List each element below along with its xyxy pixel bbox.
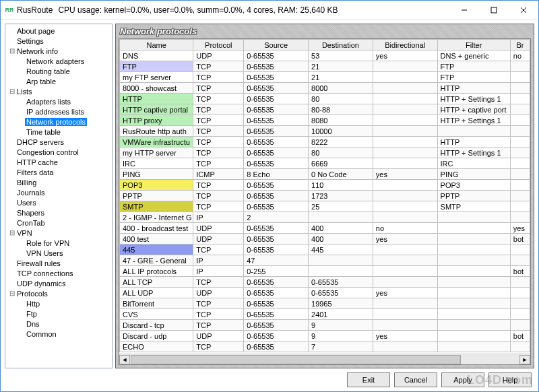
table-cell[interactable]	[373, 266, 437, 277]
table-cell[interactable]: 0-65535	[244, 288, 309, 298]
table-cell[interactable]: HTTP proxy	[120, 115, 193, 126]
table-cell[interactable]: 21	[309, 72, 373, 83]
table-row[interactable]: DNSUDP0-6553553yesDNS + genericno	[120, 51, 530, 61]
table-cell[interactable]	[373, 277, 437, 288]
apply-button[interactable]: Apply	[441, 372, 484, 387]
table-cell[interactable]: DNS + generic	[437, 51, 510, 61]
tree-node[interactable]: Network protocols	[5, 117, 112, 127]
table-cell[interactable]: TCP	[193, 94, 244, 104]
table-cell[interactable]	[309, 255, 373, 266]
tree-node[interactable]: Http	[5, 298, 112, 308]
table-cell[interactable]: UDP	[193, 234, 244, 244]
table-cell[interactable]: 8000	[309, 83, 373, 94]
table-cell[interactable]	[437, 298, 510, 309]
table-row[interactable]: HTTP proxyTCP0-655358080HTTP + Settings …	[120, 115, 530, 126]
table-cell[interactable]: HTTP + Settings 1	[437, 148, 510, 158]
tree-node[interactable]: Billing	[5, 177, 112, 187]
table-row[interactable]: Discard - tcpTCP0-655359	[120, 320, 530, 331]
table-cell[interactable]: ALL UDP	[120, 288, 193, 298]
table-row[interactable]: Discard - udpUDP0-655359yesbot	[120, 331, 530, 341]
table-cell[interactable]: TCP	[193, 104, 244, 115]
table-cell[interactable]	[437, 234, 510, 244]
table-cell[interactable]: HTTP + Settings 1	[437, 94, 510, 104]
table-cell[interactable]: ALL TCP	[120, 277, 193, 288]
table-cell[interactable]	[510, 61, 530, 72]
table-cell[interactable]: 110	[309, 180, 373, 191]
table-row[interactable]: 400 testUDP0-65535400yesbot	[120, 234, 530, 244]
table-cell[interactable]	[510, 148, 530, 158]
table-row[interactable]: 400 - broadcast testUDP0-65535400noyes	[120, 223, 530, 234]
table-cell[interactable]	[437, 331, 510, 341]
tree-node[interactable]: ⊟Lists	[5, 86, 112, 96]
tree-collapse-icon[interactable]: ⊟	[8, 229, 15, 236]
table-cell[interactable]: 80	[309, 148, 373, 158]
tree-node[interactable]: CronTab	[5, 218, 112, 228]
table-cell[interactable]: UDP	[193, 223, 244, 234]
table-cell[interactable]: 8 Echo	[244, 169, 309, 180]
table-row[interactable]: HTTP captive portalTCP0-6553580-88HTTP +…	[120, 104, 530, 115]
table-cell[interactable]: 0-65535	[244, 158, 309, 169]
column-header[interactable]: Name	[120, 40, 193, 51]
table-cell[interactable]: UDP	[193, 288, 244, 298]
tree-node[interactable]: Firewall rules	[5, 258, 112, 268]
table-cell[interactable]: 0-65535	[244, 83, 309, 94]
table-cell[interactable]: ECHO	[120, 341, 193, 352]
table-cell[interactable]: PING	[120, 169, 193, 180]
horizontal-scrollbar[interactable]: ◄ ►	[119, 354, 530, 364]
table-cell[interactable]: Discard - tcp	[120, 320, 193, 331]
column-header[interactable]: Protocol	[193, 40, 244, 51]
table-cell[interactable]: bot	[510, 331, 530, 341]
table-cell[interactable]: 9	[309, 320, 373, 331]
table-cell[interactable]: 9	[309, 331, 373, 341]
table-row[interactable]: PINGICMP8 Echo0 No CodeyesPING	[120, 169, 530, 180]
table-row[interactable]: ALL TCPTCP0-655350-65535	[120, 277, 530, 288]
table-cell[interactable]: TCP	[193, 298, 244, 309]
table-cell[interactable]: 47	[244, 255, 309, 266]
table-cell[interactable]	[373, 320, 437, 331]
table-cell[interactable]: 2401	[309, 309, 373, 320]
table-cell[interactable]: 47 - GRE - General	[120, 255, 193, 266]
table-cell[interactable]: yes	[510, 223, 530, 234]
table-cell[interactable]	[437, 266, 510, 277]
table-cell[interactable]	[510, 72, 530, 83]
table-cell[interactable]: TCP	[193, 158, 244, 169]
table-cell[interactable]: POP3	[120, 180, 193, 191]
table-cell[interactable]: 0-65535	[244, 94, 309, 104]
table-cell[interactable]: 0-65535	[244, 341, 309, 352]
column-header[interactable]: Bidirectional	[373, 40, 437, 51]
table-cell[interactable]: 2 - IGMP - Internet G	[120, 212, 193, 223]
tree-node[interactable]: Common	[5, 329, 112, 339]
table-cell[interactable]: TCP	[193, 244, 244, 255]
scroll-right-icon[interactable]: ►	[519, 355, 530, 364]
table-cell[interactable]: 400 - broadcast test	[120, 223, 193, 234]
table-cell[interactable]: HTTP	[120, 94, 193, 104]
table-cell[interactable]: 0-65535	[244, 126, 309, 137]
tree-node[interactable]: About page	[5, 26, 112, 36]
table-cell[interactable]: 0-65535	[244, 191, 309, 201]
tree-node[interactable]: Routing table	[5, 66, 112, 76]
table-row[interactable]: PPTPTCP0-655351723PPTP	[120, 191, 530, 201]
table-cell[interactable]	[309, 212, 373, 223]
table-cell[interactable]: 1723	[309, 191, 373, 201]
table-row[interactable]: POP3TCP0-65535110POP3	[120, 180, 530, 191]
table-row[interactable]: VMWare infrastructuTCP0-655358222HTTP	[120, 137, 530, 148]
table-cell[interactable]: yes	[373, 169, 437, 180]
table-cell[interactable]	[373, 180, 437, 191]
tree-collapse-icon[interactable]: ⊟	[8, 88, 15, 95]
table-row[interactable]: HTTPTCP0-6553580HTTP + Settings 1	[120, 94, 530, 104]
table-row[interactable]: ECHOTCP0-655357	[120, 341, 530, 352]
table-cell[interactable]: TCP	[193, 148, 244, 158]
table-cell[interactable]: 0-65535	[244, 148, 309, 158]
table-cell[interactable]	[510, 309, 530, 320]
table-cell[interactable]: 25	[309, 201, 373, 212]
table-cell[interactable]: 8222	[309, 137, 373, 148]
table-cell[interactable]: TCP	[193, 320, 244, 331]
table-cell[interactable]: RusRoute http auth	[120, 126, 193, 137]
table-cell[interactable]	[373, 341, 437, 352]
table-row[interactable]: my HTTP serverTCP0-6553580HTTP + Setting…	[120, 148, 530, 158]
table-cell[interactable]: UDP	[193, 331, 244, 341]
table-cell[interactable]: bot	[510, 266, 530, 277]
table-cell[interactable]	[373, 255, 437, 266]
table-cell[interactable]: 400	[309, 234, 373, 244]
table-cell[interactable]: 0-65535	[244, 104, 309, 115]
